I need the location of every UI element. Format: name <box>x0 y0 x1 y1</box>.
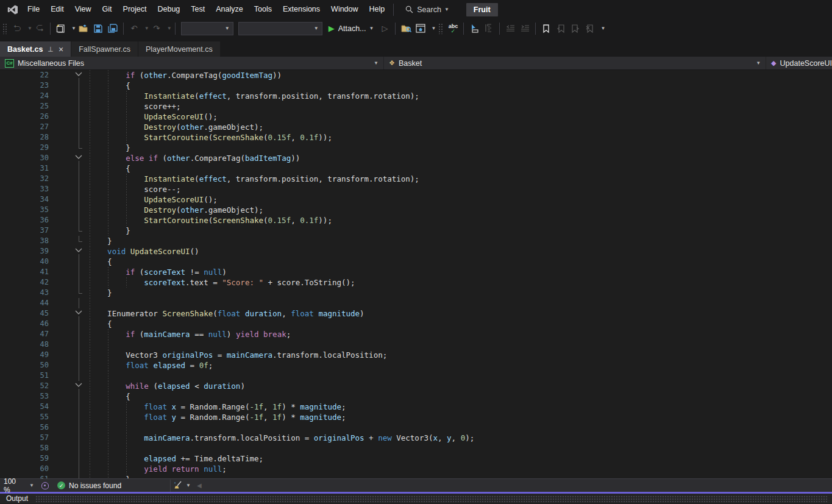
outlining-margin[interactable] <box>49 80 89 91</box>
outlining-margin[interactable] <box>49 402 89 412</box>
outlining-margin[interactable] <box>49 215 89 225</box>
code-line[interactable]: 60 yield return null; <box>0 464 832 474</box>
solution-explorer-icon[interactable] <box>414 21 427 36</box>
outlining-margin[interactable] <box>49 339 89 350</box>
line-number[interactable]: 58 <box>0 443 49 453</box>
code-line[interactable]: 34 UpdateScoreUI(); <box>0 194 832 205</box>
line-number[interactable]: 25 <box>0 101 49 112</box>
redo-caret-icon[interactable]: ▼ <box>167 26 172 31</box>
outlining-margin[interactable] <box>49 257 89 267</box>
panel-drag-handle[interactable] <box>35 495 828 502</box>
line-number[interactable]: 56 <box>0 422 49 433</box>
outlining-margin[interactable] <box>49 153 89 163</box>
code-line[interactable]: 29 } <box>0 143 832 153</box>
line-number[interactable]: 29 <box>0 143 49 153</box>
line-number[interactable]: 44 <box>0 298 49 308</box>
tab-fallspawner-cs[interactable]: FallSpawner.cs <box>71 41 138 57</box>
outlining-margin[interactable] <box>49 288 89 298</box>
line-number[interactable]: 33 <box>0 184 49 194</box>
line-number[interactable]: 22 <box>0 70 49 80</box>
new-file-icon[interactable] <box>54 21 68 36</box>
tab-close-icon[interactable]: × <box>59 44 63 54</box>
outlining-margin[interactable] <box>49 70 89 80</box>
code-line[interactable]: 30 else if (other.CompareTag(badItemTag)… <box>0 153 832 163</box>
tab-pin-icon[interactable]: ⊣ <box>47 46 55 52</box>
navigate-back-caret-icon[interactable]: ▼ <box>27 26 32 31</box>
outlining-margin[interactable] <box>49 163 89 174</box>
line-number[interactable]: 42 <box>0 277 49 288</box>
line-number[interactable]: 34 <box>0 194 49 205</box>
line-number[interactable]: 48 <box>0 339 49 350</box>
outlining-margin[interactable] <box>49 381 89 391</box>
code-line[interactable]: 45 IEnumerator ScreenShake(float duratio… <box>0 308 832 319</box>
outlining-margin[interactable] <box>49 236 89 246</box>
line-number[interactable]: 51 <box>0 371 49 381</box>
outlining-margin[interactable] <box>49 443 89 453</box>
outlining-margin[interactable] <box>49 412 89 422</box>
code-line[interactable]: 59 elapsed += Time.deltaTime; <box>0 453 832 464</box>
redo-icon[interactable]: ↷ <box>150 21 163 36</box>
outlining-margin[interactable] <box>49 112 89 122</box>
toggle-bookmark-icon[interactable] <box>539 21 553 36</box>
menu-git[interactable]: Git <box>97 0 118 19</box>
line-number[interactable]: 27 <box>0 122 49 132</box>
line-number[interactable]: 45 <box>0 308 49 319</box>
outlining-margin[interactable] <box>49 174 89 184</box>
solution-configurations-combo[interactable]: ▼ <box>181 22 233 35</box>
code-line[interactable]: 42 scoreText.text = "Score: " + score.To… <box>0 277 832 288</box>
outlining-margin[interactable] <box>49 350 89 360</box>
line-number[interactable]: 40 <box>0 257 49 267</box>
code-line[interactable]: 52 while (elapsed < duration) <box>0 381 832 391</box>
fold-chevron-icon[interactable] <box>75 155 82 159</box>
code-line[interactable]: 46 { <box>0 319 832 329</box>
line-number[interactable]: 43 <box>0 288 49 298</box>
open-file-icon[interactable] <box>77 21 90 36</box>
line-number[interactable]: 35 <box>0 205 49 215</box>
outlining-margin[interactable] <box>49 474 89 478</box>
code-cleanup-icon[interactable] <box>174 481 183 490</box>
save-all-icon[interactable] <box>106 21 119 36</box>
line-number[interactable]: 37 <box>0 225 49 236</box>
attach-to-process-button[interactable]: ▶ Attach... ▼ <box>325 21 378 36</box>
fold-chevron-icon[interactable] <box>75 72 82 76</box>
code-line[interactable]: 61 } <box>0 474 832 478</box>
start-without-debugging-icon[interactable]: ▷ <box>378 21 391 36</box>
code-line[interactable]: 53 { <box>0 391 832 402</box>
code-line[interactable]: 43 } <box>0 288 832 298</box>
menu-debug[interactable]: Debug <box>152 0 185 19</box>
line-number[interactable]: 36 <box>0 215 49 225</box>
line-number[interactable]: 28 <box>0 132 49 143</box>
menu-project[interactable]: Project <box>118 0 152 19</box>
outlining-margin[interactable] <box>49 391 89 402</box>
code-line[interactable]: 25 score++; <box>0 101 832 112</box>
issues-text[interactable]: No issues found <box>69 481 121 490</box>
menu-file[interactable]: File <box>22 0 45 19</box>
navigate-forward-icon[interactable]: ⮎ <box>33 21 46 36</box>
find-in-files-icon[interactable] <box>399 21 413 36</box>
tab-basket-cs[interactable]: Basket.cs⊣× <box>0 41 71 57</box>
line-number[interactable]: 53 <box>0 391 49 402</box>
line-number[interactable]: 54 <box>0 402 49 412</box>
code-line[interactable]: 26 UpdateScoreUI(); <box>0 112 832 122</box>
line-number[interactable]: 30 <box>0 153 49 163</box>
search-box[interactable]: Search ▼ <box>405 5 449 14</box>
outlining-margin[interactable] <box>49 308 89 319</box>
toolbar-grip[interactable] <box>2 23 7 34</box>
navigate-back-icon[interactable]: ⮌ <box>10 21 24 36</box>
line-number[interactable]: 47 <box>0 329 49 339</box>
scroll-left-icon[interactable]: ◀ <box>197 482 202 489</box>
intellicode-icon[interactable] <box>41 482 49 489</box>
code-line[interactable]: 51 <box>0 371 832 381</box>
outlining-margin[interactable] <box>49 267 89 277</box>
type-dropdown[interactable]: ❖ Basket ▼ <box>384 57 766 69</box>
undo-icon[interactable]: ↶ <box>127 21 141 36</box>
solution-name-menu-item[interactable]: Fruit <box>466 3 498 16</box>
code-line[interactable]: 58 <box>0 443 832 453</box>
code-line[interactable]: 28 StartCoroutine(ScreenShake(0.15f, 0.1… <box>0 132 832 143</box>
line-number[interactable]: 55 <box>0 412 49 422</box>
code-line[interactable]: 40 { <box>0 257 832 267</box>
code-line[interactable]: 50 float elapsed = 0f; <box>0 360 832 371</box>
line-number[interactable]: 50 <box>0 360 49 371</box>
code-editor[interactable]: 22 if (other.CompareTag(goodItemTag))23 … <box>0 70 832 478</box>
line-number[interactable]: 60 <box>0 464 49 474</box>
